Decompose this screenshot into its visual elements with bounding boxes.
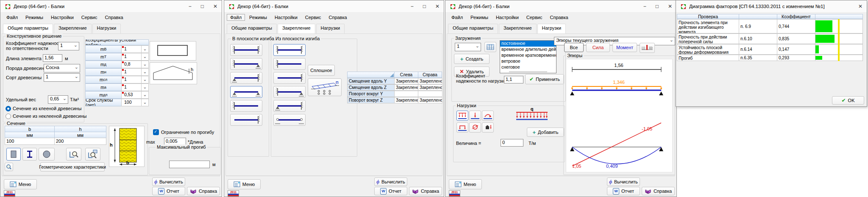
maximize-icon[interactable]: □: [656, 3, 659, 9]
loadcase-item-4[interactable]: снеговое: [500, 64, 556, 70]
menu-button[interactable]: Меню: [4, 179, 37, 189]
scheme-outplane-free-fixed[interactable]: [273, 72, 306, 84]
coef-value-mТ[interactable]: 1: [121, 53, 142, 61]
show-force-button[interactable]: Сила: [586, 43, 610, 52]
menu-settings[interactable]: Настройки: [492, 14, 522, 21]
loadcase-listbox[interactable]: постоянноевременное длительно действврем…: [500, 40, 556, 73]
scheme-outplane-ring-ring[interactable]: [273, 114, 306, 126]
tab-fixing[interactable]: Закрепление: [54, 24, 92, 33]
fix-left-value[interactable]: [394, 91, 418, 97]
report-button[interactable]: WОтчет: [607, 187, 640, 195]
grade-select[interactable]: 1: [44, 73, 80, 82]
scheme-inplane-free-fixed[interactable]: [230, 114, 262, 126]
coef-dropdown-mа[interactable]: ⌄: [141, 83, 149, 91]
coef-dropdown-mн[interactable]: ⌄: [141, 68, 149, 76]
tab-general[interactable]: Общие параметры: [448, 24, 498, 33]
menu-modes[interactable]: Режимы: [22, 14, 47, 21]
coef-value-service-life[interactable]: 100: [121, 99, 142, 106]
load-type-moment-arc-button[interactable]: [482, 111, 494, 121]
coef-value-mсл[interactable]: 1: [121, 76, 142, 83]
scheme-inplane-roller-fixed[interactable]: [230, 72, 262, 84]
section-b-value[interactable]: 100: [5, 138, 55, 145]
loadcase-item-1[interactable]: временное длительно действ: [500, 47, 556, 53]
close-icon[interactable]: ✕: [435, 3, 440, 9]
loadcase-item-3[interactable]: ветровое: [500, 58, 556, 64]
menu-service[interactable]: Сервис: [78, 14, 101, 21]
coef-value-mВ[interactable]: 1: [121, 45, 142, 53]
section-preview-button[interactable]: [5, 163, 13, 171]
section-type-ibeam-button[interactable]: [22, 148, 37, 161]
menu-button[interactable]: Меню: [228, 179, 261, 189]
add-load-button[interactable]: Добавить: [527, 128, 564, 137]
scheme-outplane-roller-fixed[interactable]: [273, 100, 306, 112]
menu-service[interactable]: Сервис: [302, 14, 325, 21]
coef-value-mа[interactable]: 1: [121, 83, 142, 91]
help-button[interactable]: Справка: [642, 187, 675, 195]
menu-file[interactable]: Файл: [3, 14, 21, 21]
length-field[interactable]: 1,56: [43, 54, 62, 62]
create-loadcase-button[interactable]: Создать: [454, 54, 490, 64]
section-shape-roof-preview[interactable]: h: [150, 62, 197, 84]
tab-fixing[interactable]: Закрепление: [499, 24, 537, 33]
close-icon[interactable]: ✕: [668, 3, 672, 9]
coef-dropdown-mсл[interactable]: ⌄: [141, 76, 149, 83]
minimize-icon[interactable]: −: [189, 3, 192, 9]
ok-button[interactable]: OK: [832, 96, 864, 105]
calculate-button[interactable]: ϕВычислить: [607, 178, 640, 186]
max-deflection-value-field[interactable]: [169, 161, 210, 168]
radio-unglued[interactable]: [6, 114, 11, 119]
scheme-outplane-fixed-roller[interactable]: [273, 86, 306, 98]
load-type-rotating-moment-button[interactable]: [469, 122, 481, 133]
report-button[interactable]: WОтчет: [374, 187, 407, 195]
fix-left-value[interactable]: Закреплено: [394, 97, 418, 103]
help-button[interactable]: Справка: [187, 187, 220, 195]
fix-right-value[interactable]: Закреплено: [418, 84, 442, 91]
diagram-scale-button[interactable]: [640, 43, 655, 53]
tab-general[interactable]: Общие параметры: [227, 24, 277, 33]
section-type-circle-button[interactable]: [39, 148, 55, 161]
show-all-button[interactable]: Все: [564, 43, 584, 52]
scheme-inplane-fixed-roller[interactable]: [230, 58, 262, 70]
fix-right-value[interactable]: Закреплено: [418, 78, 442, 84]
close-icon[interactable]: ✕: [213, 3, 217, 9]
coef-dropdown-mд[interactable]: ⌄: [141, 61, 149, 68]
fix-left-value[interactable]: Закреплено: [394, 78, 418, 84]
section-h-value[interactable]: 200: [54, 138, 106, 145]
calculate-button[interactable]: ϕВычислить: [374, 178, 407, 186]
tab-general[interactable]: Общие параметры: [3, 24, 53, 33]
show-moment-button[interactable]: Момент: [612, 43, 637, 52]
close-icon[interactable]: ✕: [858, 3, 862, 9]
menu-help[interactable]: Справка: [325, 14, 350, 21]
load-type-self-weight-button[interactable]: [482, 122, 494, 133]
loadcase-table-button[interactable]: [484, 42, 496, 52]
fix-right-value[interactable]: [418, 91, 442, 97]
species-select[interactable]: Сосна: [44, 64, 80, 72]
loadcase-item-0[interactable]: постоянное: [500, 41, 556, 47]
scheme-outplane-fixed-fixed[interactable]: [273, 44, 306, 56]
report-button[interactable]: WОтчет: [152, 187, 185, 195]
calculate-button[interactable]: ϕВычислить: [152, 178, 185, 186]
reliability-select[interactable]: 1: [58, 42, 79, 50]
section-shape-rect-preview[interactable]: [150, 41, 196, 61]
coef-dropdown-mдл[interactable]: ⌄: [141, 91, 149, 99]
tab-loads[interactable]: Нагрузки: [316, 24, 345, 33]
section-inspect-button[interactable]: [66, 148, 81, 161]
menu-file[interactable]: Файл: [448, 14, 466, 21]
coef-dropdown-mВ[interactable]: ⌄: [141, 45, 149, 53]
loadcase-item-2[interactable]: временное кратковременное: [500, 53, 556, 58]
menu-service[interactable]: Сервис: [523, 14, 546, 21]
menu-modes[interactable]: Режимы: [246, 14, 270, 21]
scheme-inplane-fixed-free[interactable]: [230, 100, 262, 112]
scheme-inplane-fixed-fixed[interactable]: [230, 44, 262, 56]
tab-loads[interactable]: Нагрузки: [537, 24, 566, 33]
coef-dropdown-service-life[interactable]: ⌄: [141, 99, 149, 106]
fix-left-value[interactable]: Закреплено: [394, 84, 418, 91]
fix-right-value[interactable]: Закреплено: [418, 97, 442, 103]
minimize-icon[interactable]: −: [643, 3, 646, 9]
coef-dropdown-mТ[interactable]: ⌄: [141, 53, 149, 61]
load-type-distributed-load-button[interactable]: [456, 111, 468, 121]
menu-settings[interactable]: Настройки: [271, 14, 301, 21]
braced-scheme-button[interactable]: П: [308, 78, 342, 96]
load-type-point-force-button[interactable]: [469, 111, 481, 121]
deflection-limit-checkbox[interactable]: [153, 129, 159, 135]
